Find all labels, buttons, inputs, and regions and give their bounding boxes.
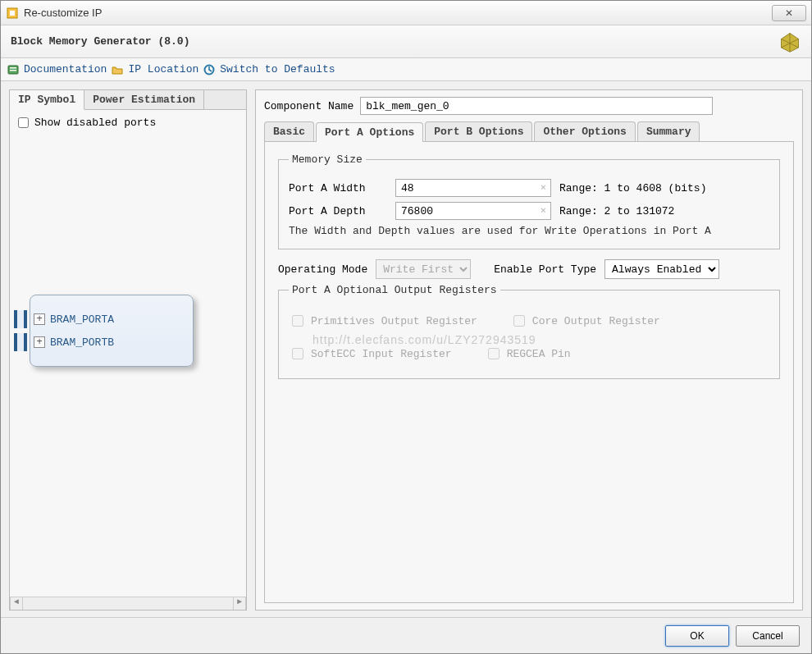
switch-defaults-link[interactable]: Switch to Defaults	[220, 63, 335, 75]
hscrollbar[interactable]: ◄ ►	[10, 597, 246, 610]
ip-symbol-panel: IP Symbol Power Estimation Show disabled…	[9, 89, 247, 611]
expand-icon[interactable]: +	[34, 336, 45, 348]
tab-port-a-options[interactable]: Port A Options	[316, 122, 423, 142]
memory-size-group: Memory Size Port A Width Range: 1 to 460…	[278, 153, 780, 249]
svg-rect-1	[10, 11, 15, 16]
softecc-input-register-checkbox	[292, 348, 303, 359]
titlebar: Re-customize IP ✕	[1, 1, 811, 25]
svg-rect-7	[10, 67, 16, 69]
ip-symbol-body: Show disabled ports + BRAM_PORTA + BRAM_…	[10, 110, 246, 597]
scroll-track[interactable]	[23, 597, 233, 610]
scroll-right-button[interactable]: ►	[233, 597, 246, 610]
operating-mode-select: Write First	[376, 259, 471, 279]
optional-output-registers-legend: Port A Optional Output Registers	[289, 284, 500, 296]
main-window: Re-customize IP ✕ Block Memory Generator…	[0, 0, 812, 654]
port-a-width-label: Port A Width	[289, 182, 387, 194]
tab-other-options[interactable]: Other Options	[534, 121, 635, 141]
dialog-footer: OK Cancel	[1, 617, 811, 653]
port-a-depth-range: Range: 2 to 131072	[559, 205, 674, 217]
svg-rect-8	[10, 70, 16, 71]
config-panel: Component Name Basic Port A Options Port…	[255, 89, 803, 611]
core-output-register-checkbox	[513, 315, 525, 327]
scroll-left-button[interactable]: ◄	[10, 597, 23, 610]
ip-location-link[interactable]: IP Location	[128, 63, 198, 75]
port-a-width-input[interactable]	[395, 179, 551, 197]
toolbar: Documentation IP Location Switch to Defa…	[1, 58, 811, 81]
regcea-pin-label: REGCEA Pin	[507, 348, 571, 360]
port-a-options-content: Memory Size Port A Width Range: 1 to 460…	[264, 142, 794, 603]
show-disabled-ports-checkbox[interactable]	[18, 117, 29, 128]
primitives-output-register-label: Primitives Output Register	[311, 315, 477, 327]
cancel-button[interactable]: Cancel	[736, 625, 800, 647]
subheader: Block Memory Generator (8.0)	[1, 25, 811, 58]
show-disabled-ports-label: Show disabled ports	[34, 117, 156, 129]
memory-size-note: The Width and Depth values are used for …	[289, 225, 769, 237]
port-a-width-range: Range: 1 to 4608 (bits)	[559, 182, 706, 194]
primitives-output-register-checkbox	[292, 315, 303, 327]
folder-icon	[112, 64, 123, 75]
tab-ip-symbol[interactable]: IP Symbol	[10, 90, 84, 110]
ok-button[interactable]: OK	[665, 625, 729, 647]
port-bram-portb[interactable]: + BRAM_PORTB	[37, 333, 186, 351]
tab-port-b-options[interactable]: Port B Options	[425, 121, 532, 141]
component-name-label: Component Name	[264, 100, 354, 112]
port-b-label: BRAM_PORTB	[50, 336, 114, 349]
left-tabs: IP Symbol Power Estimation	[10, 90, 246, 110]
documentation-icon	[7, 64, 19, 75]
port-a-depth-input[interactable]	[395, 202, 551, 220]
port-bus-icon	[14, 333, 27, 351]
port-bus-icon	[14, 310, 27, 328]
vendor-logo-icon	[778, 30, 801, 53]
softecc-input-register-label: SoftECC Input Register	[311, 348, 452, 360]
regcea-pin-checkbox	[488, 348, 500, 359]
documentation-link[interactable]: Documentation	[24, 63, 107, 75]
body: IP Symbol Power Estimation Show disabled…	[1, 81, 811, 619]
expand-icon[interactable]: +	[34, 313, 45, 325]
enable-port-type-select[interactable]: Always Enabled	[604, 259, 719, 279]
ip-block-diagram: + BRAM_PORTA + BRAM_PORTB	[30, 295, 194, 367]
memory-size-legend: Memory Size	[289, 153, 366, 166]
generator-title: Block Memory Generator (8.0)	[11, 35, 189, 48]
component-name-input[interactable]	[360, 97, 713, 115]
ip-icon	[6, 7, 19, 20]
enable-port-type-label: Enable Port Type	[494, 263, 596, 276]
optional-output-registers-group: Port A Optional Output Registers Primiti…	[278, 284, 780, 379]
tab-power-estimation[interactable]: Power Estimation	[84, 90, 204, 109]
tab-summary[interactable]: Summary	[637, 121, 700, 141]
operating-mode-label: Operating Mode	[278, 263, 367, 276]
defaults-icon	[203, 64, 215, 75]
port-a-depth-label: Port A Depth	[289, 205, 387, 217]
config-tabs: Basic Port A Options Port B Options Othe…	[264, 121, 794, 142]
port-a-label: BRAM_PORTA	[50, 313, 114, 326]
port-bram-porta[interactable]: + BRAM_PORTA	[37, 310, 186, 328]
core-output-register-label: Core Output Register	[532, 315, 660, 327]
window-title: Re-customize IP	[24, 7, 772, 19]
close-button[interactable]: ✕	[772, 5, 806, 21]
tab-basic[interactable]: Basic	[264, 121, 314, 141]
